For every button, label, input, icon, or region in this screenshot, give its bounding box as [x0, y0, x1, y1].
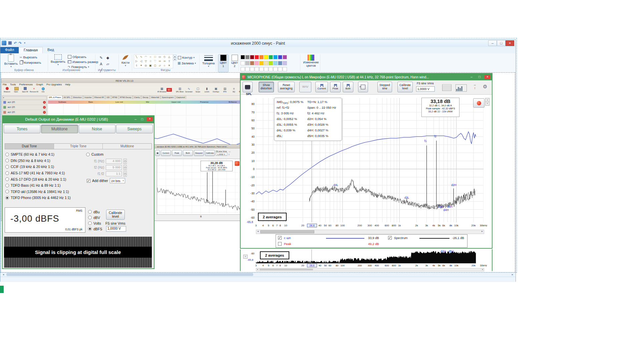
fill-button[interactable]: Заливка: [178, 61, 196, 65]
rew-toolbar-button[interactable]: ▮Levels: [203, 87, 211, 93]
pan-zoom-icon[interactable]: ↔↕: [471, 83, 479, 90]
generator-tab[interactable]: Noise: [79, 125, 115, 133]
reset-averaging-button[interactable]: Reset averaging: [278, 82, 295, 92]
palette-color[interactable]: [250, 55, 254, 59]
microphone-maximize-button[interactable]: [476, 75, 482, 79]
palette-color[interactable]: [241, 55, 245, 59]
shape-item[interactable]: ▱: [157, 63, 162, 68]
palette-color[interactable]: [278, 61, 282, 65]
send-to-measurement-button[interactable]: [358, 82, 368, 92]
shape-item[interactable]: ✶: [139, 63, 143, 68]
shape-item[interactable]: ◠: [143, 55, 148, 59]
rew-graph-tab[interactable]: GD: [105, 95, 111, 99]
mic-calibrate-level-button[interactable]: Calibrate level: [397, 82, 413, 92]
generator-close-button[interactable]: [147, 117, 153, 121]
color1-button[interactable]: Цвет 1: [218, 54, 229, 72]
spinner[interactable]: [123, 171, 127, 176]
mini-toolbar-button[interactable]: Current: [161, 150, 171, 156]
brushes-button[interactable]: Кисти: [119, 54, 132, 72]
thickness-button[interactable]: Толщина: [201, 54, 216, 72]
unit-option[interactable]: Volts: [88, 220, 102, 226]
rew-graph-tab[interactable]: All SPL: [62, 95, 72, 99]
histogram-icon[interactable]: [455, 84, 467, 92]
mini-toolbar-button[interactable]: Peak: [172, 150, 182, 156]
shape-item[interactable]: ✕: [167, 63, 172, 68]
rew-toolbar-button[interactable]: ∿Generator: [185, 87, 193, 93]
paint-canvas[interactable]: REW V5.20.13 FileToolsPreferencesGraphPr…: [1, 73, 515, 272]
paint-ribbon-tab[interactable]: Главная: [19, 47, 43, 53]
rew-toolbar-button[interactable]: ▤RTA: [221, 87, 229, 93]
generator-subtab[interactable]: Triple Tone: [54, 144, 103, 149]
rew-toolbar-button[interactable]: Save All: [21, 87, 29, 93]
mini-fs-input[interactable]: 1,0000 V: [216, 152, 227, 156]
shape-item[interactable]: ◻: [153, 63, 157, 68]
show-distortion-button[interactable]: Show distortion: [259, 82, 274, 92]
generator-tab[interactable]: Tones: [4, 125, 40, 133]
palette-empty-slot[interactable]: [269, 67, 273, 71]
mini-record-button[interactable]: [235, 161, 240, 166]
add-dither-checkbox[interactable]: [87, 179, 90, 183]
rew-graph-tab[interactable]: Filtered IR: [93, 95, 105, 99]
text-tool[interactable]: A: [98, 61, 104, 67]
rew-graph-tab[interactable]: Decay: [141, 95, 150, 99]
paint-maximize-button[interactable]: [497, 40, 506, 46]
preset-option[interactable]: TDFD akl (13586 Hz & 19841 Hz 1:1): [5, 189, 85, 195]
rew-graph-tab[interactable]: Spectrogram: [160, 95, 175, 99]
spinner[interactable]: [123, 165, 127, 170]
edit-colors-button[interactable]: Изменение цветов: [302, 54, 320, 72]
generator-maximize-button[interactable]: [139, 117, 145, 122]
cut-button[interactable]: Вырезать: [20, 55, 37, 59]
palette-color[interactable]: [278, 55, 282, 59]
palette-color[interactable]: [269, 61, 273, 65]
unit-option[interactable]: dBV: [88, 215, 102, 220]
palette-empty-slot[interactable]: [264, 67, 268, 71]
paint-ribbon-tab[interactable]: Вид: [43, 47, 59, 53]
rew-graph-tab[interactable]: Impulse: [83, 95, 93, 99]
shape-item[interactable]: ◇: [162, 55, 167, 59]
strip-scrollbar[interactable]: [256, 268, 484, 271]
preset-option[interactable]: SMPTE (60 Hz & 7 kHz 4:1): [5, 151, 85, 158]
palette-color[interactable]: [259, 61, 264, 65]
shape-item[interactable]: ▣: [148, 63, 153, 68]
shape-item[interactable]: ♡: [153, 59, 157, 63]
spl-meter-badge[interactable]: 83: [167, 88, 172, 92]
palette-color[interactable]: [273, 55, 278, 59]
rew-menu-item[interactable]: Graph: [36, 83, 43, 87]
microphone-close-button[interactable]: [485, 75, 491, 79]
palette-color[interactable]: [264, 61, 268, 65]
field-value[interactable]: 5 000: [106, 165, 122, 170]
generator-subtab[interactable]: Multitone: [103, 144, 151, 149]
overlay-trace-checkbox[interactable]: [278, 236, 282, 240]
palette-color[interactable]: [245, 55, 250, 59]
palette-empty-slot[interactable]: [255, 67, 259, 71]
custom-option[interactable]: Custom: [86, 151, 103, 158]
rew-graph-tab[interactable]: Waterfall: [150, 95, 160, 99]
outline-button[interactable]: Контур: [178, 56, 195, 59]
unit-option[interactable]: dBFS: [88, 226, 102, 232]
display-mode-button[interactable]: [243, 82, 253, 92]
generator-tab[interactable]: Sweeps: [116, 125, 153, 133]
remove-measurement-icon[interactable]: ×: [43, 111, 46, 114]
save-current-button[interactable]: Current: [315, 82, 328, 92]
preset-option[interactable]: AES-17 MD (41 Hz & 7993 Hz 4:1): [5, 170, 85, 176]
remove-measurement-icon[interactable]: ×: [43, 101, 46, 104]
shape-item[interactable]: ⇨: [157, 59, 162, 63]
preset-option[interactable]: DIN (250 Hz & 8 kHz 4:1): [5, 158, 85, 164]
rew-toolbar-button[interactable]: Open: [12, 87, 20, 93]
shape-item[interactable]: ▽: [143, 59, 148, 63]
rew-toolbar-button[interactable]: iInfo: [39, 87, 47, 93]
palette-color[interactable]: [283, 61, 287, 65]
rew-graph-tab[interactable]: Distortion: [72, 95, 83, 99]
calibrate-level-button[interactable]: Calibrate level: [106, 210, 125, 220]
palette-color[interactable]: [245, 61, 250, 65]
preset-option[interactable]: TDFD Bass (41 Hz & 89 Hz 1:1): [5, 182, 85, 189]
rew-toolbar-button[interactable]: ▥SPL Meter: [176, 87, 184, 93]
shape-item[interactable]: ○: [148, 55, 153, 59]
generator-minimize-button[interactable]: [132, 117, 138, 122]
mic-fs-input[interactable]: 1,0000 V: [416, 86, 435, 92]
color2-button[interactable]: Цвет 2: [229, 54, 240, 72]
palette-empty-slot[interactable]: [278, 67, 282, 71]
shape-item[interactable]: ◁: [139, 59, 143, 63]
shape-item[interactable]: □: [153, 55, 157, 59]
plot-scrollbar[interactable]: [256, 230, 484, 234]
